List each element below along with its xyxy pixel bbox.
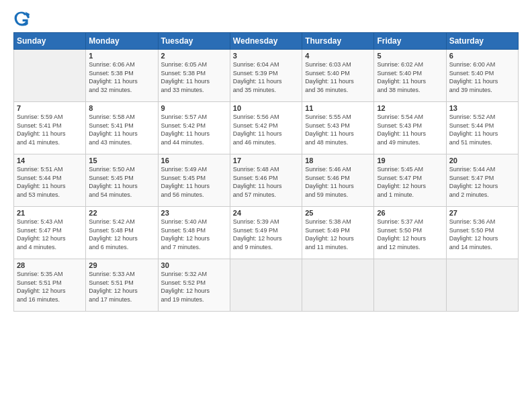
- calendar-cell: [230, 259, 302, 312]
- day-number: 25: [305, 209, 371, 217]
- day-number: 26: [377, 209, 443, 217]
- day-info: Sunrise: 5:44 AM Sunset: 5:47 PM Dayligh…: [449, 165, 515, 199]
- day-number: 10: [233, 104, 299, 112]
- day-info: Sunrise: 5:40 AM Sunset: 5:48 PM Dayligh…: [161, 218, 227, 251]
- day-info: Sunrise: 6:02 AM Sunset: 5:40 PM Dayligh…: [377, 60, 443, 94]
- day-info: Sunrise: 5:52 AM Sunset: 5:44 PM Dayligh…: [449, 113, 515, 146]
- day-info: Sunrise: 5:43 AM Sunset: 5:47 PM Dayligh…: [17, 218, 83, 251]
- calendar-cell: 30Sunrise: 5:32 AM Sunset: 5:52 PM Dayli…: [158, 259, 230, 312]
- day-number: 22: [89, 209, 154, 217]
- day-number: 2: [161, 52, 227, 60]
- calendar-cell: [446, 259, 518, 312]
- calendar-cell: 17Sunrise: 5:48 AM Sunset: 5:46 PM Dayli…: [230, 154, 302, 207]
- day-number: 12: [377, 104, 443, 112]
- calendar-cell: 12Sunrise: 5:54 AM Sunset: 5:43 PM Dayli…: [374, 102, 446, 154]
- day-info: Sunrise: 6:06 AM Sunset: 5:38 PM Dayligh…: [89, 60, 154, 94]
- day-info: Sunrise: 5:58 AM Sunset: 5:41 PM Dayligh…: [89, 113, 154, 146]
- calendar-cell: 4Sunrise: 6:03 AM Sunset: 5:40 PM Daylig…: [302, 50, 374, 102]
- day-number: 8: [89, 104, 154, 112]
- col-header-friday: Friday: [374, 33, 446, 50]
- day-number: 14: [17, 156, 83, 165]
- day-number: 6: [449, 52, 515, 60]
- day-info: Sunrise: 5:38 AM Sunset: 5:49 PM Dayligh…: [305, 218, 371, 251]
- calendar-cell: 23Sunrise: 5:40 AM Sunset: 5:48 PM Dayli…: [158, 207, 230, 259]
- day-info: Sunrise: 5:36 AM Sunset: 5:50 PM Dayligh…: [449, 218, 515, 251]
- day-number: 7: [17, 104, 83, 112]
- header: [13, 11, 519, 27]
- day-number: 11: [305, 104, 371, 112]
- day-info: Sunrise: 6:00 AM Sunset: 5:40 PM Dayligh…: [449, 60, 515, 94]
- day-number: 13: [449, 104, 515, 112]
- week-row-1: 7Sunrise: 5:59 AM Sunset: 5:41 PM Daylig…: [14, 102, 519, 154]
- calendar-cell: 8Sunrise: 5:58 AM Sunset: 5:41 PM Daylig…: [86, 102, 158, 154]
- calendar-cell: 16Sunrise: 5:49 AM Sunset: 5:45 PM Dayli…: [158, 154, 230, 207]
- day-number: 3: [233, 52, 299, 60]
- logo-icon: [13, 11, 30, 27]
- calendar-cell: 3Sunrise: 6:04 AM Sunset: 5:39 PM Daylig…: [230, 50, 302, 102]
- calendar-cell: 29Sunrise: 5:33 AM Sunset: 5:51 PM Dayli…: [86, 259, 158, 312]
- day-number: 18: [305, 156, 371, 165]
- day-number: 24: [233, 209, 299, 217]
- week-row-3: 21Sunrise: 5:43 AM Sunset: 5:47 PM Dayli…: [14, 207, 519, 259]
- logo: [13, 11, 32, 27]
- day-info: Sunrise: 5:59 AM Sunset: 5:41 PM Dayligh…: [17, 113, 83, 146]
- calendar-cell: 1Sunrise: 6:06 AM Sunset: 5:38 PM Daylig…: [86, 50, 158, 102]
- day-info: Sunrise: 5:39 AM Sunset: 5:49 PM Dayligh…: [233, 218, 299, 251]
- day-info: Sunrise: 5:54 AM Sunset: 5:43 PM Dayligh…: [377, 113, 443, 146]
- day-number: 9: [161, 104, 227, 112]
- day-number: 27: [449, 209, 515, 217]
- day-info: Sunrise: 5:56 AM Sunset: 5:42 PM Dayligh…: [233, 113, 299, 146]
- day-info: Sunrise: 5:32 AM Sunset: 5:52 PM Dayligh…: [161, 270, 227, 304]
- calendar-cell: 22Sunrise: 5:42 AM Sunset: 5:48 PM Dayli…: [86, 207, 158, 259]
- day-number: 17: [233, 156, 299, 165]
- day-info: Sunrise: 5:51 AM Sunset: 5:44 PM Dayligh…: [17, 165, 83, 199]
- day-number: 21: [17, 209, 83, 217]
- header-row: SundayMondayTuesdayWednesdayThursdayFrid…: [14, 33, 519, 50]
- day-number: 23: [161, 209, 227, 217]
- calendar-cell: 13Sunrise: 5:52 AM Sunset: 5:44 PM Dayli…: [446, 102, 518, 154]
- calendar-cell: 26Sunrise: 5:37 AM Sunset: 5:50 PM Dayli…: [374, 207, 446, 259]
- calendar-cell: 25Sunrise: 5:38 AM Sunset: 5:49 PM Dayli…: [302, 207, 374, 259]
- calendar-cell: 21Sunrise: 5:43 AM Sunset: 5:47 PM Dayli…: [14, 207, 86, 259]
- day-number: 5: [377, 52, 443, 60]
- calendar-cell: [302, 259, 374, 312]
- calendar-cell: [14, 50, 86, 102]
- calendar-cell: 5Sunrise: 6:02 AM Sunset: 5:40 PM Daylig…: [374, 50, 446, 102]
- day-number: 1: [89, 52, 154, 60]
- day-info: Sunrise: 5:50 AM Sunset: 5:45 PM Dayligh…: [89, 165, 154, 199]
- day-info: Sunrise: 5:49 AM Sunset: 5:45 PM Dayligh…: [161, 165, 227, 199]
- day-info: Sunrise: 5:45 AM Sunset: 5:47 PM Dayligh…: [377, 165, 443, 199]
- calendar-table: SundayMondayTuesdayWednesdayThursdayFrid…: [13, 32, 519, 312]
- day-number: 4: [305, 52, 371, 60]
- calendar-cell: 24Sunrise: 5:39 AM Sunset: 5:49 PM Dayli…: [230, 207, 302, 259]
- calendar-cell: 7Sunrise: 5:59 AM Sunset: 5:41 PM Daylig…: [14, 102, 86, 154]
- day-info: Sunrise: 5:33 AM Sunset: 5:51 PM Dayligh…: [89, 270, 154, 304]
- calendar-cell: 28Sunrise: 5:35 AM Sunset: 5:51 PM Dayli…: [14, 259, 86, 312]
- calendar-cell: 10Sunrise: 5:56 AM Sunset: 5:42 PM Dayli…: [230, 102, 302, 154]
- day-info: Sunrise: 5:35 AM Sunset: 5:51 PM Dayligh…: [17, 270, 83, 304]
- calendar-cell: 11Sunrise: 5:55 AM Sunset: 5:43 PM Dayli…: [302, 102, 374, 154]
- day-number: 16: [161, 156, 227, 165]
- week-row-0: 1Sunrise: 6:06 AM Sunset: 5:38 PM Daylig…: [14, 50, 519, 102]
- day-info: Sunrise: 5:37 AM Sunset: 5:50 PM Dayligh…: [377, 218, 443, 251]
- day-info: Sunrise: 5:46 AM Sunset: 5:46 PM Dayligh…: [305, 165, 371, 199]
- calendar-cell: 15Sunrise: 5:50 AM Sunset: 5:45 PM Dayli…: [86, 154, 158, 207]
- calendar-cell: 18Sunrise: 5:46 AM Sunset: 5:46 PM Dayli…: [302, 154, 374, 207]
- col-header-tuesday: Tuesday: [158, 33, 230, 50]
- col-header-thursday: Thursday: [302, 33, 374, 50]
- day-number: 20: [449, 156, 515, 165]
- day-info: Sunrise: 5:42 AM Sunset: 5:48 PM Dayligh…: [89, 218, 154, 251]
- col-header-wednesday: Wednesday: [230, 33, 302, 50]
- day-info: Sunrise: 5:55 AM Sunset: 5:43 PM Dayligh…: [305, 113, 371, 146]
- day-info: Sunrise: 6:03 AM Sunset: 5:40 PM Dayligh…: [305, 60, 371, 94]
- day-number: 19: [377, 156, 443, 165]
- day-number: 15: [89, 156, 154, 165]
- week-row-2: 14Sunrise: 5:51 AM Sunset: 5:44 PM Dayli…: [14, 154, 519, 207]
- day-info: Sunrise: 5:57 AM Sunset: 5:42 PM Dayligh…: [161, 113, 227, 146]
- calendar-cell: 14Sunrise: 5:51 AM Sunset: 5:44 PM Dayli…: [14, 154, 86, 207]
- calendar-cell: 2Sunrise: 6:05 AM Sunset: 5:38 PM Daylig…: [158, 50, 230, 102]
- day-number: 29: [89, 261, 154, 269]
- calendar-cell: [374, 259, 446, 312]
- week-row-4: 28Sunrise: 5:35 AM Sunset: 5:51 PM Dayli…: [14, 259, 519, 312]
- calendar-cell: 9Sunrise: 5:57 AM Sunset: 5:42 PM Daylig…: [158, 102, 230, 154]
